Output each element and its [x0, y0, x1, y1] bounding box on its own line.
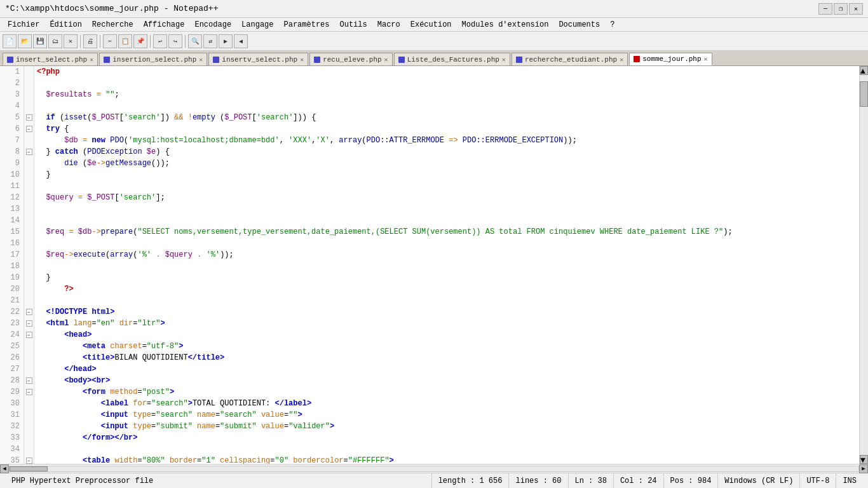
fold-cell[interactable]: −: [24, 123, 34, 135]
close-button[interactable]: ✕: [64, 34, 78, 48]
save-button[interactable]: 💾: [33, 34, 47, 48]
code-line[interactable]: $req = $db->prepare("SELECT noms,verseme…: [34, 226, 859, 238]
code-line[interactable]: <title>BILAN QUOTIDIENT</title>: [34, 352, 859, 363]
paste-button[interactable]: 📌: [133, 34, 147, 48]
code-line[interactable]: die ($e->getMessage());: [34, 158, 859, 169]
fold-cell[interactable]: −: [24, 306, 34, 318]
fold-cell[interactable]: −: [24, 318, 34, 329]
fold-cell[interactable]: −: [24, 112, 34, 123]
fold-cell[interactable]: [24, 432, 34, 444]
tab-close-icon[interactable]: ✕: [384, 56, 388, 64]
scroll-right-btn[interactable]: ▶: [859, 464, 868, 473]
code-line[interactable]: <body><br>: [34, 375, 859, 386]
fold-marker[interactable]: −: [26, 114, 32, 121]
code-line[interactable]: <head>: [34, 329, 859, 341]
fold-cell[interactable]: [24, 135, 34, 146]
fold-cell[interactable]: −: [24, 386, 34, 398]
fold-cell[interactable]: [24, 226, 34, 238]
maximize-button[interactable]: ❐: [834, 3, 848, 15]
fold-cell[interactable]: [24, 283, 34, 295]
tab-recherche-etudiant[interactable]: recherche_etudiant.php ✕: [512, 53, 628, 65]
fold-marker[interactable]: −: [26, 320, 32, 327]
fold-marker[interactable]: −: [26, 389, 32, 395]
menu-macro[interactable]: Macro: [372, 19, 405, 30]
open-button[interactable]: 📂: [18, 34, 32, 48]
redo-button[interactable]: ↪: [168, 34, 182, 48]
code-line[interactable]: <label for="search">TOTAL QUOTIDIENT: </…: [34, 398, 859, 409]
fold-marker[interactable]: −: [26, 377, 32, 384]
code-line[interactable]: $db = new PDO('mysql:host=localhost;dbna…: [34, 135, 859, 146]
horizontal-scrollbar[interactable]: ◀ ▶: [0, 464, 868, 473]
fold-marker[interactable]: −: [26, 149, 32, 155]
tab-close-icon[interactable]: ✕: [90, 56, 93, 64]
tab-recu-eleve[interactable]: recu_eleve.php ✕: [309, 53, 392, 65]
menu-help[interactable]: ?: [605, 19, 620, 30]
fold-cell[interactable]: [24, 203, 34, 215]
copy-button[interactable]: 📋: [118, 34, 132, 48]
scroll-left-btn[interactable]: ◀: [0, 464, 9, 473]
code-line[interactable]: <table width="80%" border="1" cellspacin…: [34, 455, 859, 464]
tab-insertv-select[interactable]: insertv_select.php ✕: [208, 53, 308, 65]
fold-cell[interactable]: [24, 192, 34, 203]
fold-cell[interactable]: −: [24, 329, 34, 341]
tab-somme-jour[interactable]: somme_jour.php ✕: [629, 53, 712, 65]
fold-cell[interactable]: [24, 261, 34, 272]
menu-outils[interactable]: Outils: [335, 19, 372, 30]
tab-insert-select[interactable]: insert_select.php ✕: [3, 53, 98, 65]
fold-marker[interactable]: −: [26, 332, 32, 338]
code-area[interactable]: 1<?php23 $resultats = "";45− if (isset($…: [0, 66, 859, 464]
code-line[interactable]: [34, 295, 859, 306]
code-line[interactable]: </head>: [34, 363, 859, 375]
code-line[interactable]: [34, 261, 859, 272]
fold-cell[interactable]: [24, 295, 34, 306]
code-line[interactable]: [34, 203, 859, 215]
undo-button[interactable]: ↩: [153, 34, 167, 48]
tab-close-active-icon[interactable]: ✕: [704, 55, 708, 63]
fold-cell[interactable]: [24, 100, 34, 112]
fold-cell[interactable]: [24, 444, 34, 455]
code-line[interactable]: <form method="post">: [34, 386, 859, 398]
code-line[interactable]: if (isset($_POST['search']) && !empty ($…: [34, 112, 859, 123]
fold-cell[interactable]: [24, 272, 34, 283]
menu-encodage[interactable]: Encodage: [189, 19, 236, 30]
fold-cell[interactable]: [24, 215, 34, 226]
menu-affichage[interactable]: Affichage: [139, 19, 190, 30]
code-line[interactable]: [34, 78, 859, 89]
fold-cell[interactable]: [24, 66, 34, 78]
fold-marker[interactable]: −: [26, 126, 32, 132]
fold-cell[interactable]: [24, 341, 34, 352]
code-line[interactable]: $resultats = "";: [34, 89, 859, 100]
save-all-button[interactable]: 🗂: [48, 34, 62, 48]
fold-cell[interactable]: [24, 363, 34, 375]
fold-marker[interactable]: −: [26, 309, 32, 315]
find-button[interactable]: 🔍: [188, 34, 202, 48]
fold-cell[interactable]: [24, 409, 34, 421]
code-line[interactable]: <?php: [34, 66, 859, 78]
fold-cell[interactable]: [24, 89, 34, 100]
scroll-down-btn[interactable]: ▼: [860, 455, 868, 464]
menu-modules[interactable]: Modules d'extension: [457, 19, 554, 30]
scroll-track[interactable]: [860, 75, 868, 455]
code-line[interactable]: }: [34, 169, 859, 180]
tab-close-icon[interactable]: ✕: [300, 56, 304, 64]
tab-close-icon[interactable]: ✕: [199, 56, 203, 64]
code-line[interactable]: <html lang="en" dir="ltr">: [34, 318, 859, 329]
print-button[interactable]: 🖨: [83, 34, 97, 48]
code-line[interactable]: [34, 238, 859, 249]
cut-button[interactable]: ✂: [103, 34, 117, 48]
code-line[interactable]: }: [34, 272, 859, 283]
tab-liste-factures[interactable]: Liste_des_Factures.php ✕: [394, 53, 510, 65]
tab-close-icon[interactable]: ✕: [502, 56, 506, 64]
menu-documents[interactable]: Documents: [553, 19, 605, 30]
code-line[interactable]: ?>: [34, 283, 859, 295]
scroll-thumb[interactable]: [860, 81, 868, 107]
menu-langage[interactable]: Langage: [236, 19, 278, 30]
find-next-button[interactable]: ▶: [219, 34, 233, 48]
find-prev-button[interactable]: ◀: [234, 34, 248, 48]
code-line[interactable]: [34, 444, 859, 455]
minimize-button[interactable]: —: [818, 3, 832, 15]
fold-cell[interactable]: [24, 169, 34, 180]
fold-cell[interactable]: [24, 78, 34, 89]
code-line[interactable]: try {: [34, 123, 859, 135]
new-button[interactable]: 📄: [3, 34, 17, 48]
